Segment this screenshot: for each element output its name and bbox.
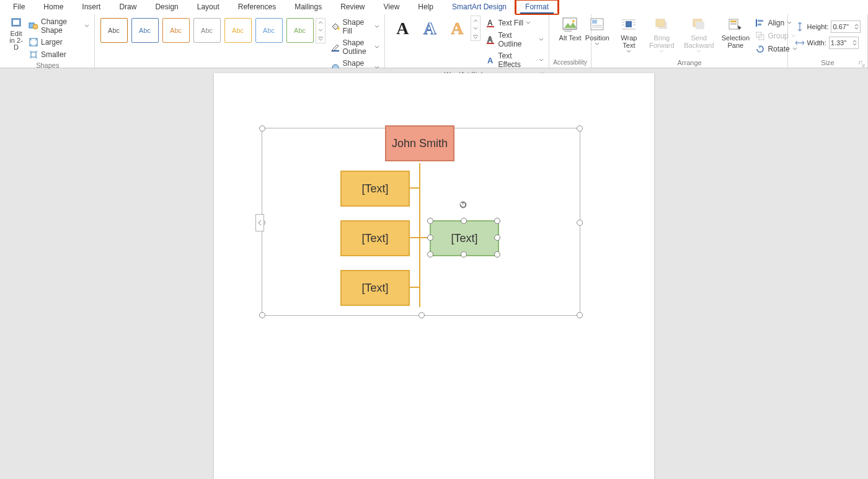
shape-style-preset-6[interactable]: Abc [255,18,283,43]
scroll-up-icon[interactable] [316,19,325,27]
tab-help[interactable]: Help [409,0,443,14]
dialog-launcher-icon[interactable] [859,61,865,67]
svg-rect-12 [487,43,494,44]
resize-handle-se[interactable] [577,312,583,318]
tab-smartart-design[interactable]: SmartArt Design [443,0,516,14]
smartart-node-child-1[interactable]: [Text] [340,171,410,207]
text-effects-button[interactable]: A Text Effects [484,51,545,69]
svg-rect-23 [626,21,632,27]
tab-layout[interactable]: Layout [188,0,229,14]
text-pane-toggle[interactable] [255,214,264,231]
text-outline-button[interactable]: A Text Outline [484,30,545,49]
shape-style-preset-4[interactable]: Abc [193,18,221,43]
svg-rect-5 [31,52,36,57]
shape-handle-e[interactable] [494,235,500,241]
tab-draw[interactable]: Draw [110,0,146,14]
rotate-handle[interactable] [459,200,467,209]
group-label-arrange: Arrange [595,58,784,68]
document-page[interactable]: John Smith [Text] [Text] [Text] [Text] [214,73,654,479]
shape-fill-button[interactable]: Shape Fill [329,17,381,36]
resize-handle-nw[interactable] [259,125,265,132]
tab-design[interactable]: Design [146,0,187,14]
tab-format[interactable]: Format [516,0,558,14]
text-fill-icon: A [485,18,495,28]
tab-view[interactable]: View [374,0,409,14]
chevron-down-icon [595,42,600,47]
shape-handle-nw[interactable] [427,218,433,224]
shape-style-preset-2[interactable]: Abc [131,18,159,43]
edit-in-2d-button[interactable]: Edit in 2-D [5,16,27,52]
gallery-more-icon[interactable] [316,35,325,43]
chevron-down-icon [626,49,631,54]
edit-2d-icon [10,17,22,29]
svg-text:A: A [487,35,493,44]
gallery-more-icon[interactable] [471,32,480,40]
resize-handle-sw[interactable] [259,312,265,318]
shape-style-preset-3[interactable]: Abc [162,18,190,43]
width-spinner[interactable]: 1.33" [829,37,859,49]
change-shape-button[interactable]: Change Shape [27,17,91,35]
position-button[interactable]: Position [580,16,614,50]
height-spinner[interactable]: 0.67" [831,20,861,33]
chevron-down-icon [374,24,379,29]
tab-mailings[interactable]: Mailings [285,0,331,14]
shape-handle-w[interactable] [427,235,433,241]
svg-rect-33 [696,22,704,29]
smartart-container[interactable]: John Smith [Text] [Text] [Text] [Text] [262,128,580,316]
smaller-button[interactable]: Smaller [27,49,91,60]
width-label: Width: [807,39,826,47]
shape-handle-s[interactable] [461,251,467,257]
larger-icon [29,37,38,47]
shape-handle-se[interactable] [494,251,500,257]
resize-handle-e[interactable] [577,220,583,226]
smartart-node-root[interactable]: John Smith [385,125,454,161]
document-workspace[interactable]: John Smith [Text] [Text] [Text] [Text] [0,68,868,479]
bring-forward-icon [653,17,670,33]
shape-handle-sw[interactable] [427,251,433,257]
tab-review[interactable]: Review [331,0,374,14]
send-backward-button: Send Backward [680,16,718,58]
tab-references[interactable]: References [229,0,285,14]
selection-pane-button[interactable]: Selection Pane [718,16,753,50]
shape-style-preset-5[interactable]: Abc [224,18,252,43]
svg-rect-7 [332,50,339,51]
svg-rect-36 [730,23,737,25]
rotate-icon [755,44,765,54]
shape-handle-ne[interactable] [494,218,500,224]
svg-rect-1 [13,20,19,25]
wordart-preset-2[interactable]: A [416,16,443,41]
chevron-down-icon [84,24,89,29]
wordart-preset-3[interactable]: A [443,16,471,41]
tab-insert[interactable]: Insert [73,0,110,14]
chevron-down-icon [539,37,544,42]
bring-forward-button: Bring Forward [644,16,680,58]
larger-button[interactable]: Larger [27,37,91,48]
shape-style-gallery-scroll[interactable] [316,18,326,43]
resize-handle-s[interactable] [418,312,425,318]
svg-point-6 [337,27,340,30]
tab-home[interactable]: Home [34,0,73,14]
position-icon [588,17,606,33]
scroll-down-icon[interactable] [471,24,480,32]
smartart-node-child-2[interactable]: [Text] [340,220,410,256]
text-fill-button[interactable]: A Text Fill [484,17,545,29]
tab-file[interactable]: File [4,0,34,14]
smartart-node-child-3[interactable]: [Text] [340,270,410,306]
shape-style-preset-1[interactable]: Abc [100,18,128,43]
chevron-down-icon [374,45,379,50]
scroll-up-icon[interactable] [471,16,480,24]
wordart-gallery-scroll[interactable] [471,16,480,41]
shape-style-preset-7[interactable]: Abc [286,18,314,43]
ribbon: Edit in 2-D Change Shape Larger Smaller … [0,14,868,68]
wordart-preset-1[interactable]: A [389,16,416,41]
resize-handle-ne[interactable] [577,125,583,132]
shape-outline-button[interactable]: Shape Outline [329,38,381,56]
wrap-text-button[interactable]: Wrap Text [614,16,644,58]
bucket-icon [330,22,340,32]
shape-handle-n[interactable] [461,218,467,224]
height-label: Height: [807,23,829,30]
connector-vertical [419,163,420,307]
alt-text-icon [562,17,579,33]
svg-point-3 [33,24,38,29]
scroll-down-icon[interactable] [316,27,325,35]
